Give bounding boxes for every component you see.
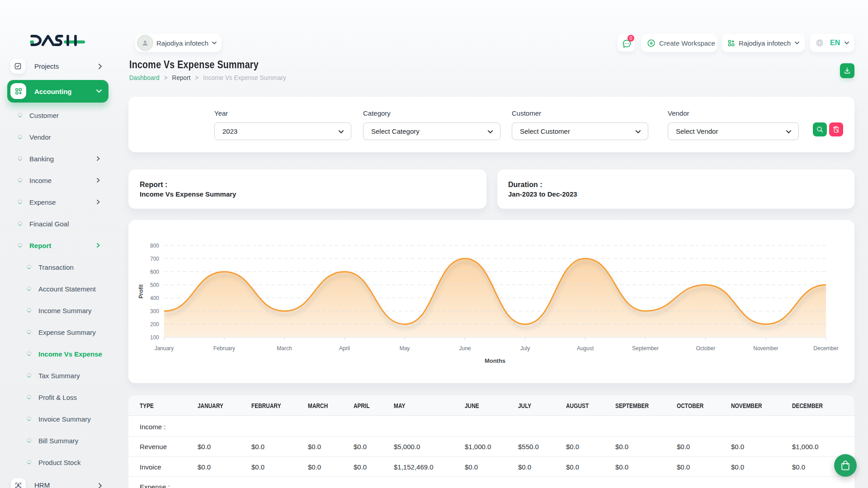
svg-text:300: 300 [150, 308, 159, 314]
svg-text:May: May [400, 345, 410, 352]
svg-text:500: 500 [150, 282, 159, 288]
svg-text:March: March [277, 345, 292, 352]
svg-text:Months: Months [485, 357, 505, 364]
svg-text:Profit: Profit [138, 284, 144, 298]
svg-text:700: 700 [150, 256, 159, 262]
svg-text:June: June [459, 345, 471, 352]
svg-text:July: July [520, 345, 530, 352]
svg-text:January: January [155, 345, 174, 352]
svg-text:December: December [813, 345, 838, 352]
svg-text:August: August [577, 345, 594, 352]
svg-text:200: 200 [150, 321, 159, 328]
svg-text:September: September [632, 345, 659, 352]
svg-text:800: 800 [150, 243, 159, 249]
svg-text:100: 100 [150, 334, 159, 341]
svg-text:November: November [753, 345, 778, 352]
svg-text:600: 600 [150, 269, 159, 275]
svg-text:April: April [339, 345, 350, 352]
svg-text:February: February [213, 345, 235, 352]
svg-text:400: 400 [150, 295, 159, 301]
svg-text:October: October [696, 345, 715, 352]
